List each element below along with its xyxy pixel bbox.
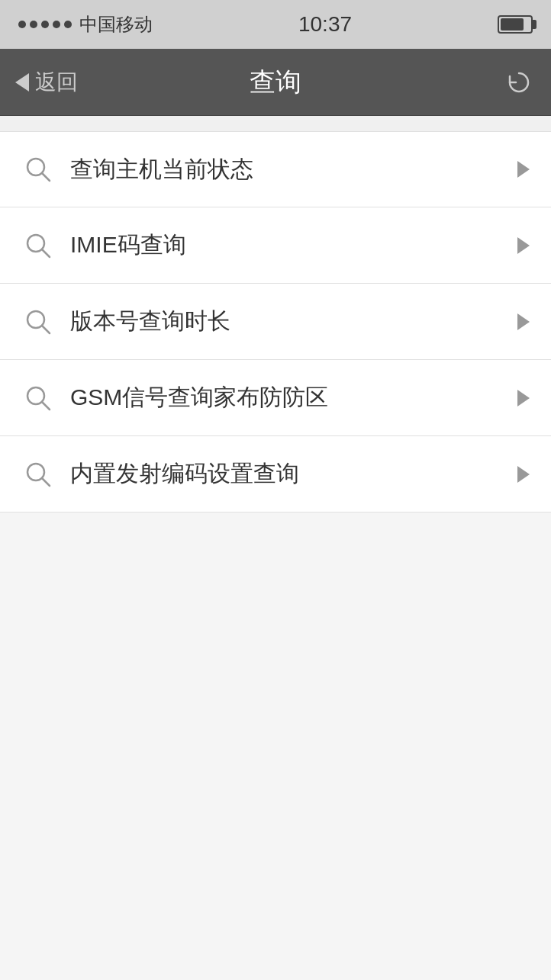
- back-arrow-icon: [15, 73, 29, 92]
- back-button[interactable]: 返回: [15, 68, 78, 97]
- chevron-right-icon-1: [517, 161, 530, 178]
- chevron-right-icon-2: [517, 237, 530, 254]
- menu-list: 查询主机当前状态 IMIE码查询: [0, 131, 551, 512]
- menu-item-1[interactable]: 查询主机当前状态: [0, 131, 551, 207]
- top-spacer: [0, 116, 551, 131]
- back-label: 返回: [35, 68, 78, 97]
- status-left: 中国移动: [18, 12, 153, 37]
- menu-label-3: 版本号查询时长: [70, 306, 230, 337]
- menu-item-5-left: 内置发射编码设置查询: [21, 458, 299, 491]
- chevron-right-icon-5: [517, 466, 530, 483]
- carrier-label: 中国移动: [79, 12, 153, 37]
- menu-item-4-left: GSM信号查询家布防防区: [21, 381, 328, 415]
- status-bar: 中国移动 10:37: [0, 0, 551, 49]
- status-right: [498, 15, 533, 34]
- menu-label-5: 内置发射编码设置查询: [70, 458, 299, 490]
- signal-dot-1: [18, 21, 26, 28]
- svg-line-5: [42, 326, 50, 333]
- menu-item-1-left: 查询主机当前状态: [21, 153, 253, 186]
- search-icon-2: [21, 229, 55, 262]
- menu-item-2[interactable]: IMIE码查询: [0, 207, 551, 284]
- signal-dot-2: [30, 21, 37, 28]
- menu-item-5[interactable]: 内置发射编码设置查询: [0, 436, 551, 512]
- menu-item-2-left: IMIE码查询: [21, 229, 186, 262]
- time-label: 10:37: [298, 12, 352, 37]
- nav-bar: 返回 查询: [0, 49, 551, 116]
- menu-label-2: IMIE码查询: [70, 230, 186, 261]
- menu-item-3[interactable]: 版本号查询时长: [0, 284, 551, 360]
- svg-line-7: [42, 402, 50, 410]
- signal-dot-3: [41, 21, 49, 28]
- menu-item-4[interactable]: GSM信号查询家布防防区: [0, 360, 551, 436]
- menu-label-4: GSM信号查询家布防防区: [70, 382, 328, 413]
- search-icon-1: [21, 153, 55, 186]
- search-icon-5: [21, 458, 55, 491]
- battery-fill: [501, 18, 524, 31]
- svg-line-1: [42, 173, 50, 181]
- search-icon-4: [21, 381, 55, 415]
- menu-label-1: 查询主机当前状态: [70, 154, 253, 185]
- content-area: 查询主机当前状态 IMIE码查询: [0, 116, 551, 980]
- bottom-area: [0, 512, 551, 970]
- search-icon-3: [21, 305, 55, 339]
- battery-icon: [498, 15, 533, 34]
- svg-line-9: [42, 478, 50, 486]
- page-title: 查询: [250, 65, 301, 100]
- signal-dot-4: [53, 21, 60, 28]
- chevron-right-icon-4: [517, 390, 530, 406]
- signal-dots: [18, 21, 72, 28]
- signal-dot-5: [64, 21, 72, 28]
- chevron-right-icon-3: [517, 313, 530, 330]
- menu-item-3-left: 版本号查询时长: [21, 305, 230, 339]
- refresh-icon: [505, 69, 533, 96]
- svg-line-3: [42, 249, 50, 257]
- refresh-button[interactable]: [502, 66, 536, 99]
